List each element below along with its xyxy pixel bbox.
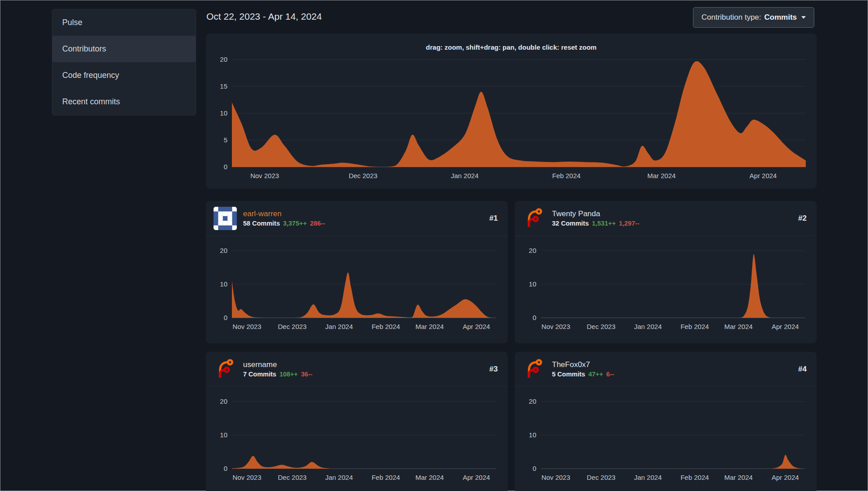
svg-text:Mar 2024: Mar 2024 (415, 474, 444, 481)
svg-text:Mar 2024: Mar 2024 (415, 323, 444, 330)
svg-text:10: 10 (220, 280, 227, 288)
svg-text:Jan 2024: Jan 2024 (325, 323, 353, 330)
contributor-chart[interactable]: 01020Nov 2023Dec 2023Jan 2024Feb 2024Mar… (206, 387, 508, 491)
contributor-name-link[interactable]: earl-warren (243, 209, 489, 218)
contributor-name-link[interactable]: TheFox0x7 (552, 360, 798, 369)
svg-text:Jan 2024: Jan 2024 (325, 474, 353, 481)
svg-text:Feb 2024: Feb 2024 (680, 323, 709, 330)
contributor-name-link[interactable]: Twenty Panda (552, 209, 798, 218)
deletions-count: 1,297-- (619, 220, 639, 227)
contributor-card-header: username 7 Commits 108++ 36-- #3 (206, 352, 508, 387)
svg-text:Dec 2023: Dec 2023 (587, 474, 616, 481)
forgejo-logo-avatar[interactable] (522, 207, 546, 230)
svg-text:Apr 2024: Apr 2024 (772, 474, 799, 481)
contributor-rank: #3 (489, 365, 498, 374)
svg-text:Mar 2024: Mar 2024 (724, 323, 753, 330)
contribution-type-label: Contribution type: (701, 13, 761, 22)
svg-text:Nov 2023: Nov 2023 (233, 323, 261, 330)
forgejo-logo-avatar[interactable] (214, 358, 237, 381)
overall-contributions-chart[interactable]: 05101520Nov 2023Dec 2023Jan 2024Feb 2024… (206, 54, 817, 188)
svg-text:20: 20 (529, 247, 536, 254)
contributor-chart[interactable]: 01020Nov 2023Dec 2023Jan 2024Feb 2024Mar… (515, 236, 817, 343)
svg-text:20: 20 (220, 56, 227, 63)
commit-count: 7 Commits (243, 371, 276, 378)
contributor-name-link[interactable]: username (243, 360, 489, 369)
forgejo-logo-avatar[interactable] (522, 358, 546, 381)
deletions-count: 286-- (310, 220, 325, 227)
additions-count: 47++ (588, 371, 603, 378)
svg-text:Dec 2023: Dec 2023 (278, 474, 307, 481)
svg-text:0: 0 (224, 163, 227, 171)
contributor-rank: #2 (798, 214, 807, 223)
contributor-rank: #4 (798, 365, 807, 374)
svg-text:20: 20 (529, 397, 536, 405)
svg-text:Mar 2024: Mar 2024 (724, 474, 753, 481)
additions-count: 108++ (279, 371, 298, 378)
svg-text:Dec 2023: Dec 2023 (278, 323, 307, 330)
commit-count: 58 Commits (243, 220, 280, 227)
sidebar-item-pulse[interactable]: Pulse (52, 9, 196, 36)
deletions-count: 6-- (606, 371, 614, 378)
svg-text:0: 0 (224, 465, 227, 472)
svg-text:Dec 2023: Dec 2023 (587, 323, 616, 330)
topbar: Oct 22, 2023 - Apr 14, 2024 Contribution… (206, 0, 817, 34)
svg-text:Jan 2024: Jan 2024 (634, 474, 662, 481)
contributor-card-header: TheFox0x7 5 Commits 47++ 6-- #4 (515, 352, 817, 387)
svg-text:Feb 2024: Feb 2024 (372, 323, 400, 330)
commit-count: 5 Commits (552, 371, 585, 378)
svg-text:Mar 2024: Mar 2024 (647, 172, 676, 179)
contributor-info: username 7 Commits 108++ 36-- (243, 360, 489, 378)
additions-count: 3,375++ (283, 220, 307, 227)
svg-text:10: 10 (220, 109, 227, 117)
contributor-card-1: earl-warren 58 Commits 3,375++ 286-- #1 … (206, 201, 508, 343)
deletions-count: 36-- (301, 371, 312, 378)
svg-text:Jan 2024: Jan 2024 (634, 323, 662, 330)
contributor-card-2: Twenty Panda 32 Commits 1,531++ 1,297-- … (515, 201, 817, 343)
contributor-stats: 32 Commits 1,531++ 1,297-- (552, 220, 798, 227)
contributor-info: earl-warren 58 Commits 3,375++ 286-- (243, 209, 489, 227)
svg-text:Nov 2023: Nov 2023 (542, 323, 570, 330)
chart-zoom-hint: drag: zoom, shift+drag: pan, double clic… (206, 34, 817, 51)
svg-text:Apr 2024: Apr 2024 (772, 323, 799, 330)
contributor-cards-grid: earl-warren 58 Commits 3,375++ 286-- #1 … (206, 201, 817, 491)
svg-text:20: 20 (220, 247, 227, 254)
contributor-chart[interactable]: 01020Nov 2023Dec 2023Jan 2024Feb 2024Mar… (206, 236, 508, 343)
svg-text:0: 0 (533, 314, 536, 321)
svg-text:0: 0 (224, 314, 227, 321)
contributor-card-header: Twenty Panda 32 Commits 1,531++ 1,297-- … (515, 201, 817, 236)
activity-sidebar-menu: Pulse Contributors Code frequency Recent… (52, 9, 196, 115)
contributor-info: TheFox0x7 5 Commits 47++ 6-- (552, 360, 798, 378)
svg-text:Apr 2024: Apr 2024 (463, 474, 490, 481)
sidebar-item-recent-commits[interactable]: Recent commits (52, 89, 196, 115)
commit-count: 32 Commits (552, 220, 589, 227)
svg-text:Nov 2023: Nov 2023 (250, 172, 279, 179)
sidebar-item-code-frequency[interactable]: Code frequency (52, 62, 196, 89)
svg-text:Apr 2024: Apr 2024 (749, 172, 777, 179)
contributor-card-3: username 7 Commits 108++ 36-- #3 01020No… (206, 352, 508, 491)
svg-text:Jan 2024: Jan 2024 (451, 172, 479, 179)
svg-text:20: 20 (220, 397, 227, 405)
svg-text:Feb 2024: Feb 2024 (552, 172, 581, 179)
svg-text:15: 15 (220, 82, 227, 90)
svg-text:Feb 2024: Feb 2024 (680, 474, 709, 481)
contribution-type-value: Commits (764, 13, 797, 22)
contributor-avatar[interactable] (214, 207, 237, 230)
contributor-info: Twenty Panda 32 Commits 1,531++ 1,297-- (552, 209, 798, 227)
svg-text:Apr 2024: Apr 2024 (463, 323, 490, 330)
svg-text:10: 10 (529, 431, 536, 439)
contributor-stats: 5 Commits 47++ 6-- (552, 371, 798, 378)
contributor-stats: 58 Commits 3,375++ 286-- (243, 220, 489, 227)
contributor-stats: 7 Commits 108++ 36-- (243, 371, 489, 378)
contribution-type-dropdown[interactable]: Contribution type: Commits (693, 7, 814, 28)
svg-text:Dec 2023: Dec 2023 (349, 172, 377, 179)
contributors-content: Oct 22, 2023 - Apr 14, 2024 Contribution… (206, 0, 817, 491)
repo-activity-page: Pulse Contributors Code frequency Recent… (0, 0, 868, 491)
svg-text:Feb 2024: Feb 2024 (372, 474, 400, 481)
svg-text:0: 0 (533, 465, 536, 472)
sidebar-item-contributors[interactable]: Contributors (52, 36, 196, 62)
contributor-card-header: earl-warren 58 Commits 3,375++ 286-- #1 (206, 201, 508, 236)
svg-text:Nov 2023: Nov 2023 (233, 474, 261, 481)
contributor-chart[interactable]: 01020Nov 2023Dec 2023Jan 2024Feb 2024Mar… (515, 387, 817, 491)
svg-text:10: 10 (220, 431, 227, 439)
additions-count: 1,531++ (592, 220, 616, 227)
